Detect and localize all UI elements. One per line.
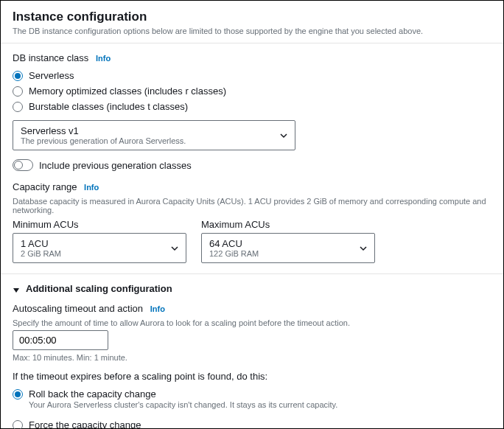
capacity-help: Database capacity is measured in Aurora … bbox=[13, 197, 491, 214]
timeout-action-label: If the timeout expires before a scaling … bbox=[13, 371, 491, 382]
scaling-sub-section: Autoscaling timeout and action Info Spec… bbox=[1, 303, 503, 429]
capacity-range-label: Capacity range Info bbox=[13, 181, 491, 192]
prev-gen-toggle[interactable]: Include previous generation classes bbox=[13, 159, 491, 171]
min-acu-label: Minimum ACUs bbox=[13, 219, 186, 230]
timeout-input[interactable] bbox=[13, 330, 108, 350]
radio-rollback[interactable]: Roll back the capacity change Your Auror… bbox=[13, 386, 491, 411]
radio-memory-optimized[interactable]: Memory optimized classes (includes r cla… bbox=[13, 83, 491, 99]
scaling-config-expander[interactable]: Additional scaling configuration bbox=[1, 273, 503, 303]
radio-serverless[interactable]: Serverless bbox=[13, 68, 491, 83]
panel-title: Instance configuration bbox=[13, 10, 491, 24]
panel-header: Instance configuration The DB instance c… bbox=[1, 1, 503, 43]
capacity-range-block: Capacity range Info Database capacity is… bbox=[13, 181, 491, 263]
db-class-label: DB instance class Info bbox=[13, 52, 491, 63]
toggle-icon bbox=[13, 159, 33, 171]
engine-select[interactable]: Serverless v1 The previous generation of… bbox=[13, 120, 295, 150]
instance-config-panel: Instance configuration The DB instance c… bbox=[0, 0, 504, 429]
max-acu-select[interactable]: 64 ACU 122 GiB RAM bbox=[201, 233, 375, 263]
caret-down-icon bbox=[360, 245, 367, 252]
info-link[interactable]: Info bbox=[84, 183, 99, 192]
timeout-constraints: Max: 10 minutes. Min: 1 minute. bbox=[13, 353, 491, 362]
db-class-radio-group: Serverless Memory optimized classes (inc… bbox=[13, 68, 491, 114]
radio-icon bbox=[13, 102, 23, 112]
radio-force[interactable]: Force the capacity change Your Aurora Se… bbox=[13, 417, 491, 429]
caret-down-icon bbox=[280, 132, 287, 139]
autoscaling-timeout-label: Autoscaling timeout and action Info bbox=[13, 303, 491, 314]
radio-icon bbox=[13, 420, 23, 429]
max-acu-col: Maximum ACUs 64 ACU 122 GiB RAM bbox=[201, 219, 375, 263]
caret-down-icon bbox=[171, 245, 178, 252]
radio-burstable[interactable]: Burstable classes (includes t classes) bbox=[13, 99, 491, 114]
radio-icon bbox=[13, 86, 23, 97]
min-acu-col: Minimum ACUs 1 ACU 2 GiB RAM bbox=[13, 219, 186, 263]
autoscaling-timeout-help: Specify the amount of time to allow Auro… bbox=[13, 318, 491, 327]
max-acu-label: Maximum ACUs bbox=[201, 219, 375, 230]
min-acu-select[interactable]: 1 ACU 2 GiB RAM bbox=[13, 233, 186, 263]
triangle-down-icon bbox=[13, 285, 20, 293]
info-link[interactable]: Info bbox=[150, 304, 165, 313]
db-class-section: DB instance class Info Serverless Memory… bbox=[1, 43, 503, 273]
radio-icon bbox=[13, 389, 23, 400]
radio-icon bbox=[13, 71, 23, 81]
info-link[interactable]: Info bbox=[96, 54, 111, 63]
panel-description: The DB instance configuration options be… bbox=[13, 27, 491, 35]
